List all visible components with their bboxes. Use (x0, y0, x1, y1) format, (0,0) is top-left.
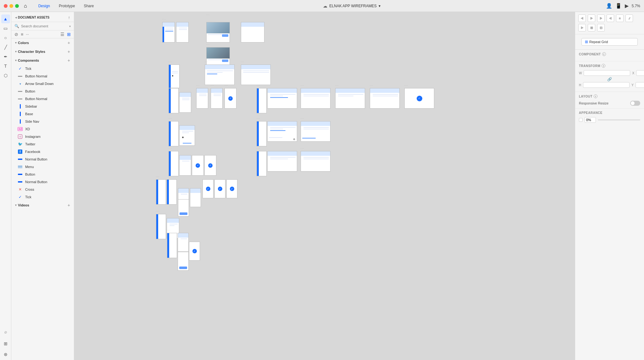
pen-tool[interactable]: ✒ (1, 52, 10, 61)
lock-proportions-icon[interactable]: 🔗 (607, 77, 612, 82)
component-item-side-nav[interactable]: Side Nav (11, 118, 74, 125)
search-dropdown-icon[interactable]: ▾ (69, 25, 71, 28)
device-icon[interactable]: 📱 (615, 3, 622, 9)
component-item-button-2[interactable]: Button (11, 171, 74, 178)
wireframe-8b[interactable] (179, 92, 191, 113)
char-styles-section-header[interactable]: ▾ Character Styles + (11, 47, 74, 56)
wireframe-1b[interactable] (176, 22, 189, 42)
wireframe-r7a[interactable] (156, 214, 166, 239)
component-item-button-1[interactable]: Button (11, 87, 74, 95)
wireframe-r7ba[interactable] (167, 233, 177, 258)
colors-add-btn[interactable]: + (68, 40, 70, 45)
component-item-base[interactable]: Base (11, 110, 74, 118)
layers-tool[interactable]: ⊞ (1, 339, 10, 348)
component-item-tick-2[interactable]: ✓ Tick (11, 193, 74, 201)
align-middle-btn[interactable]: ⫽ (625, 14, 633, 22)
component-item-normal-button-2[interactable]: Normal Button (11, 178, 74, 186)
component-tool[interactable]: ⬡ (1, 71, 10, 80)
list-view-btn[interactable]: ☰ (60, 32, 64, 37)
transform-info-icon[interactable]: i (602, 64, 605, 68)
more-icon[interactable]: ··· (26, 32, 29, 37)
component-item-xd[interactable]: Xd XD (11, 125, 74, 133)
components-section-header[interactable]: ▾ Components + (11, 56, 74, 65)
align-center-h-btn[interactable]: ⫸ (588, 14, 595, 22)
responsive-resize-toggle[interactable] (630, 101, 640, 106)
wireframe-r7bc[interactable]: ✓ (189, 242, 200, 261)
x-input[interactable] (636, 70, 644, 76)
wireframe-t1b[interactable] (267, 88, 297, 109)
canvas-area[interactable]: ··· (74, 12, 575, 360)
align-top-btn[interactable]: ⫷ (607, 14, 614, 22)
select-tool[interactable]: ▲ (1, 14, 10, 23)
wireframe-r6a[interactable] (156, 179, 166, 205)
wireframe-r4tb[interactable] (267, 121, 297, 142)
wireframe-10[interactable] (211, 88, 223, 109)
minimize-button[interactable] (9, 4, 13, 8)
videos-add-btn[interactable]: + (68, 203, 70, 208)
wireframe-r5b[interactable] (179, 155, 191, 176)
wireframe-r6e[interactable]: ✓ (203, 179, 214, 198)
align-top2-btn[interactable]: ≡ (616, 14, 624, 22)
wireframe-check-lg[interactable]: ✓ (404, 88, 434, 109)
wireframe-t2[interactable] (301, 88, 330, 109)
title-dropdown-icon[interactable]: ▾ (379, 4, 380, 8)
char-styles-add-btn[interactable]: + (68, 49, 70, 54)
wireframe-check[interactable]: ✓ (225, 88, 236, 109)
sort-icon[interactable]: ≡ (21, 32, 23, 37)
sidebar-back-arrow[interactable]: ◂ (15, 16, 17, 19)
search-input[interactable] (21, 24, 67, 28)
line-tool[interactable]: ╱ (1, 43, 10, 52)
wireframe-3[interactable] (241, 22, 264, 42)
align-right-btn[interactable]: ⫸ (597, 14, 605, 22)
component-item-menu[interactable]: Menu (11, 163, 74, 171)
tab-share[interactable]: Share (80, 3, 97, 9)
wireframe-r5rb[interactable] (267, 151, 297, 172)
wireframe-6a[interactable] (205, 65, 235, 85)
component-item-instagram[interactable]: ◎ Instagram (11, 133, 74, 140)
wireframe-r6h[interactable] (178, 199, 189, 217)
wireframe-r5c[interactable]: ✓ (192, 155, 204, 176)
component-item-cross[interactable]: ✕ Cross (11, 186, 74, 193)
zoom-tool[interactable]: ⌕ (1, 327, 10, 336)
maximize-button[interactable] (15, 4, 19, 8)
plugins-tool[interactable]: ⊛ (1, 350, 10, 359)
wireframe-t1[interactable] (257, 88, 267, 113)
rectangle-tool[interactable]: ▭ (1, 24, 10, 33)
wireframe-9[interactable] (196, 88, 208, 109)
wireframe-t3[interactable] (335, 88, 365, 109)
component-item-button-normal-2[interactable]: Button Normal (11, 95, 74, 103)
close-button[interactable] (4, 4, 8, 8)
user-icon[interactable]: 👤 (606, 3, 612, 9)
opacity-checkbox[interactable] (579, 118, 583, 122)
layout-info-icon[interactable]: i (594, 94, 597, 98)
wireframe-1a[interactable] (162, 22, 175, 42)
distribute-h-btn[interactable]: ⊞ (588, 24, 595, 31)
component-item-sidebar[interactable]: Sidebar (11, 103, 74, 110)
wireframe-2a[interactable] (206, 22, 230, 42)
grid-view-btn[interactable]: ⊞ (67, 32, 71, 37)
opacity-bar[interactable] (598, 119, 640, 121)
text-tool[interactable]: T (1, 62, 10, 70)
repeat-grid-btn[interactable]: ⊞ Repeat Grid (581, 38, 638, 46)
component-item-tick[interactable]: ✓ Tick (11, 65, 74, 72)
wireframe-r5r2[interactable] (301, 151, 330, 172)
component-item-twitter[interactable]: 🐦 Twitter (11, 140, 74, 148)
distribute-v-btn[interactable]: ⊟ (597, 24, 605, 31)
wireframe-r5ra[interactable] (257, 151, 267, 176)
wireframe-r7bb[interactable] (178, 233, 189, 252)
wireframe-r7bd[interactable] (178, 252, 189, 271)
opacity-input[interactable] (585, 117, 596, 123)
component-item-facebook[interactable]: f Facebook (11, 148, 74, 155)
wireframe-8a[interactable] (169, 88, 179, 113)
wireframe-r6b[interactable] (167, 179, 177, 205)
tab-prototype[interactable]: Prototype (55, 3, 79, 9)
wireframe-r5d[interactable]: ✓ (204, 155, 216, 176)
ellipse-tool[interactable]: ○ (1, 33, 10, 42)
wireframe-r6f[interactable]: ✓ (214, 179, 225, 198)
component-item-button-normal-1[interactable]: Button Normal (11, 72, 74, 80)
colors-section-header[interactable]: ▾ Colors + (11, 38, 74, 47)
align-bottom-btn[interactable]: ⫸ (578, 24, 586, 31)
home-icon[interactable]: ⌂ (24, 3, 27, 9)
wireframe-t4[interactable] (370, 88, 400, 109)
y-input[interactable] (636, 82, 644, 88)
